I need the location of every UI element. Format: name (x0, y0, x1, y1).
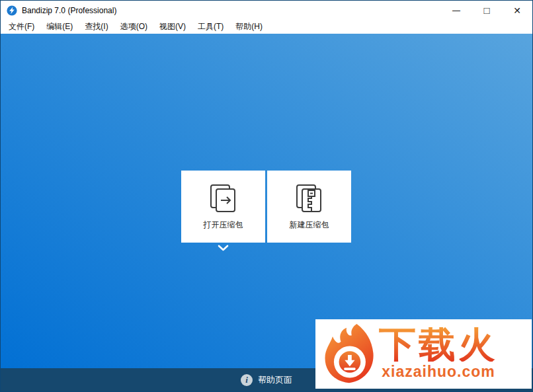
menu-item-edit[interactable]: 编辑(E) (40, 19, 79, 34)
bandizip-window: Bandizip 7.0 (Professional) — □ ✕ 文件(F) … (0, 0, 533, 392)
menu-item-find[interactable]: 查找(I) (79, 19, 114, 34)
menu-item-help[interactable]: 帮助(H) (229, 19, 268, 34)
menu-bar: 文件(F) 编辑(E) 查找(I) 选项(O) 视图(V) 工具(T) 帮助(H… (1, 20, 532, 34)
watermark-url: xiazaihuo.com (382, 363, 495, 381)
new-archive-card[interactable]: 新建压缩包 (267, 171, 351, 243)
info-icon: i (241, 374, 253, 386)
open-archive-card[interactable]: 打开压缩包 (181, 171, 265, 243)
help-page-label: 帮助页面 (258, 374, 292, 386)
open-archive-icon (208, 183, 239, 214)
open-archive-label: 打开压缩包 (204, 219, 243, 231)
menu-item-options[interactable]: 选项(O) (114, 19, 153, 34)
menu-item-tools[interactable]: 工具(T) (192, 19, 229, 34)
watermark: 下载火 xiazaihuo.com (315, 319, 532, 389)
watermark-text: 下载火 xiazaihuo.com (379, 327, 498, 381)
chevron-down-icon[interactable] (218, 244, 229, 252)
new-archive-icon (294, 183, 325, 214)
window-title: Bandizip 7.0 (Professional) (22, 6, 441, 15)
close-icon: ✕ (513, 5, 521, 16)
help-page-link[interactable]: i 帮助页面 (241, 374, 292, 386)
maximize-icon: □ (483, 5, 489, 16)
start-cards: 打开压缩包 新建压缩包 (181, 171, 351, 243)
bandizip-app-icon (7, 5, 17, 16)
minimize-button[interactable]: — (441, 1, 472, 20)
close-button[interactable]: ✕ (502, 1, 532, 20)
flame-download-icon (319, 323, 378, 386)
watermark-title: 下载火 (379, 327, 498, 362)
workspace: 打开压缩包 新建压缩包 (1, 34, 532, 368)
maximize-button[interactable]: □ (472, 1, 502, 20)
window-controls: — □ ✕ (441, 1, 532, 20)
minimize-icon: — (452, 6, 460, 15)
menu-item-file[interactable]: 文件(F) (3, 19, 40, 34)
new-archive-label: 新建压缩包 (290, 219, 329, 231)
menu-item-view[interactable]: 视图(V) (153, 19, 192, 34)
title-bar: Bandizip 7.0 (Professional) — □ ✕ (1, 1, 532, 20)
